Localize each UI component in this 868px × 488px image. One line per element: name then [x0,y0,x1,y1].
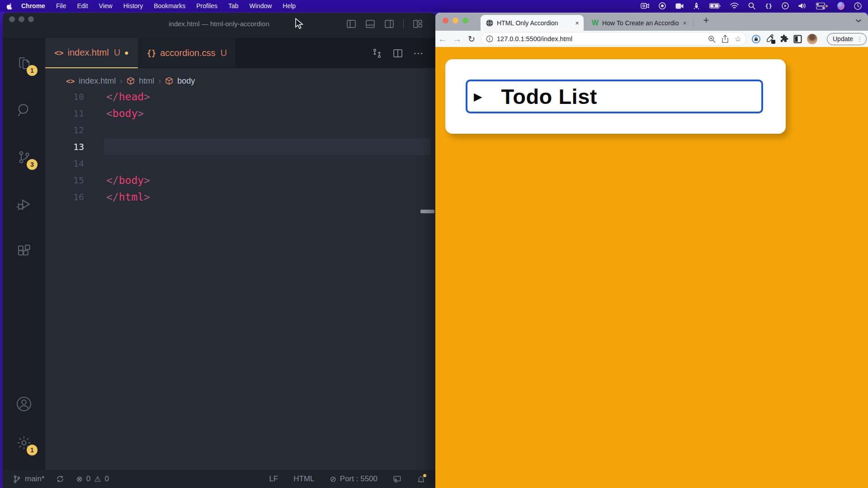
chrome-tab-how-to-create-accordion[interactable]: W How To Create an Accordion × [586,15,691,31]
customize-layout-icon[interactable] [413,19,423,29]
reload-button[interactable]: ↻ [464,34,479,44]
code-line-14[interactable]: 14 [45,155,435,172]
code-line-11[interactable]: 11 <body> [45,105,435,122]
menubar-item-view[interactable]: View [99,2,113,9]
activity-bar: 1 3 1 [3,38,45,470]
explorer-icon[interactable]: 1 [12,52,36,75]
back-button[interactable]: ← [435,34,450,44]
clock-icon[interactable] [854,2,862,10]
git-branch-status[interactable]: main* [13,474,44,483]
siri-icon[interactable] [837,2,844,10]
menubar-item-chrome[interactable]: Chrome [21,2,45,9]
tab-index-html[interactable]: <> index.html U ● [45,38,138,68]
menubar-item-edit[interactable]: Edit [77,2,88,9]
code-line-12[interactable]: 12 [45,122,435,138]
menubar-item-file[interactable]: File [56,2,66,9]
line-number: 15 [45,175,84,186]
code-line-10[interactable]: 10 </head> [45,88,435,105]
forward-button[interactable]: → [450,34,464,44]
zoom-icon[interactable] [708,35,716,43]
breadcrumb-body[interactable]: body [177,76,195,86]
play-circle-icon[interactable] [782,2,789,10]
menubar-item-tab[interactable]: Tab [228,2,239,9]
code-line-15[interactable]: 15 </body> [45,172,435,188]
mouse-cursor [295,18,305,30]
zoom-button[interactable] [462,18,468,23]
open-changes-icon[interactable] [372,48,382,59]
breadcrumb-file[interactable]: index.html [79,76,116,86]
code-line-16[interactable]: 16 </html> [45,188,435,205]
site-info-icon[interactable] [486,35,493,42]
video-icon[interactable] [675,2,684,10]
address-bar[interactable]: 127.0.0.1:5500/index.html ☆ [481,33,746,45]
toggle-secondary-sidebar-icon[interactable] [384,19,394,29]
chrome-tab-html-only-accordion[interactable]: HTML Only Accordion × [481,15,584,31]
menubar-item-history[interactable]: History [123,2,143,9]
close-tab-icon[interactable]: × [575,19,579,27]
new-tab-button[interactable]: + [699,14,713,26]
breadcrumb-html[interactable]: html [139,76,154,86]
screen-record-icon[interactable] [659,2,666,10]
more-actions-icon[interactable]: ⋯ [413,47,424,59]
close-tab-icon[interactable]: × [683,19,687,27]
chrome-window: HTML Only Accordion × W How To Create an… [435,13,868,488]
camera-icon[interactable] [641,2,649,10]
problems-status[interactable]: ⊗ 0 ⚠ 0 [76,474,108,484]
share-icon[interactable] [722,35,729,43]
vscode-titlebar[interactable]: index.html — html-only-accordion [3,13,435,38]
unsaved-dot-icon[interactable]: ● [124,49,129,57]
html-file-icon: <> [66,77,75,85]
dark-mode-extension-icon[interactable] [793,35,802,43]
search-icon[interactable] [748,2,755,10]
details-marker-icon[interactable]: ▶ [474,90,482,103]
extensions-icon[interactable] [12,239,36,263]
status-bar: main* ⊗ 0 ⚠ 0 LF HTML ⊘ Port : 5500 [3,470,435,488]
menubar-item-profiles[interactable]: Profiles [196,2,217,9]
todo-accordion-summary[interactable]: ▶ Todo List [466,80,763,113]
bookmark-star-icon[interactable]: ☆ [735,34,741,44]
toggle-panel-icon[interactable] [365,19,375,29]
port-icon: ⊘ [330,474,336,484]
update-button[interactable]: Update ⋮ [827,33,867,45]
extensions-puzzle-icon[interactable] [779,34,788,43]
tab-search-chevron-icon[interactable] [855,19,862,23]
wifi-icon[interactable] [730,2,739,10]
chrome-toolbar: ← → ↻ 127.0.0.1:5500/index.html ☆ [435,31,868,47]
code-line-13-current[interactable]: 13 [45,138,435,155]
code-editor[interactable]: 10 </head> 11 <body> 12 13 14 15 </body>… [45,88,435,205]
settings-gear-icon[interactable]: 1 [12,431,36,455]
line-number: 12 [45,125,84,136]
colorpicker-extension-icon[interactable] [765,34,774,43]
split-editor-icon[interactable] [392,48,403,59]
eol-indicator[interactable]: LF [269,474,278,483]
close-button[interactable] [443,18,448,23]
rocket-icon[interactable] [693,2,700,10]
toggle-sidebar-icon[interactable] [346,19,356,29]
screencast-icon[interactable] [393,475,401,483]
url-text[interactable]: 127.0.0.1:5500/index.html [497,35,708,42]
menubar-item-window[interactable]: Window [250,2,272,9]
tab-accordion-css[interactable]: {} accordion.css U [138,38,236,68]
menubar-item-help[interactable]: Help [283,2,296,9]
sync-status[interactable] [56,475,64,483]
resize-sash-handle[interactable] [420,210,434,213]
source-control-icon[interactable]: 3 [12,145,36,169]
control-center-icon[interactable] [816,2,828,10]
branch-name: main* [25,474,44,483]
notifications-bell-icon[interactable] [417,475,425,483]
profile-avatar[interactable] [807,34,817,44]
privacy-extension-icon[interactable] [752,35,760,43]
vscode-window: index.html — html-only-accordion <> inde… [3,13,435,488]
battery-icon[interactable] [709,2,721,10]
menubar-item-bookmarks[interactable]: Bookmarks [154,2,185,9]
apple-icon[interactable] [6,2,13,10]
run-debug-icon[interactable] [12,192,36,216]
minimize-button[interactable] [453,18,458,23]
language-mode[interactable]: HTML [293,474,314,483]
volume-icon[interactable] [798,2,807,10]
account-icon[interactable] [12,392,36,416]
live-server-status[interactable]: ⊘ Port : 5500 [330,474,377,484]
chevron-right-icon: › [158,76,161,86]
braces-icon[interactable]: {} [765,2,772,10]
search-icon[interactable] [12,99,36,122]
